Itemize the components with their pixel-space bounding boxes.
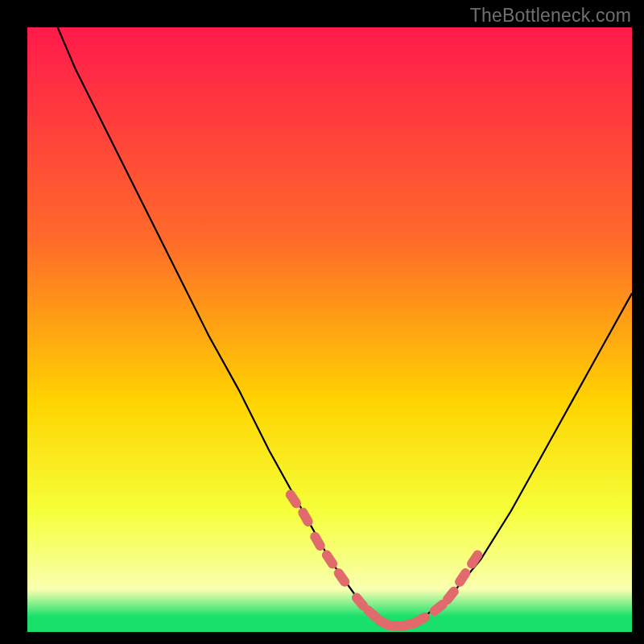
highlighted-markers [284, 489, 484, 631]
marker-point [332, 567, 351, 588]
marker-point [297, 506, 314, 527]
marker-point [284, 489, 302, 510]
marker-point [410, 611, 431, 628]
watermark-text: TheBottleneck.com [470, 5, 631, 27]
chart-frame: TheBottleneck.com [0, 0, 644, 644]
marker-point [320, 549, 338, 570]
marker-point [309, 530, 326, 551]
chart-svg [27, 27, 632, 632]
bottleneck-curve [58, 27, 632, 626]
marker-point [441, 585, 460, 606]
marker-point [453, 567, 471, 588]
